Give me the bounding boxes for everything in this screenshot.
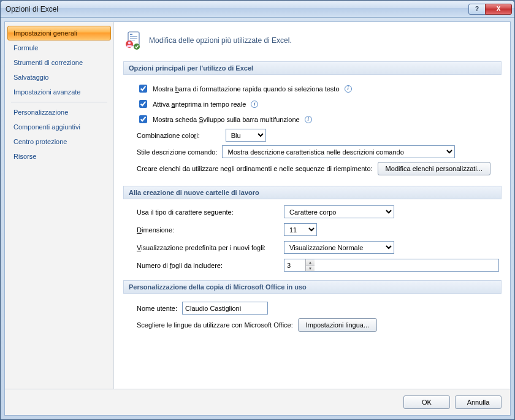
panel-header-icon	[123, 31, 143, 50]
close-button[interactable]: X	[485, 4, 512, 15]
sidebar-item-proofing[interactable]: Strumenti di correzione	[7, 55, 111, 70]
ok-button[interactable]: OK	[403, 395, 450, 409]
sheet-count-input[interactable]	[284, 259, 305, 271]
checkbox-developer-tab[interactable]: Mostra scheda Sviluppo sulla barra multi…	[137, 113, 300, 125]
svg-rect-3	[130, 38, 137, 39]
edit-custom-lists-button[interactable]: Modifica elenchi personalizzati...	[378, 162, 490, 175]
checkbox-mini-toolbar-input[interactable]	[139, 85, 147, 93]
tooltip-style-label: Stile descrizione comando:	[137, 148, 217, 156]
sidebar-item-general[interactable]: Impostazioni generali	[7, 26, 111, 40]
color-scheme-label: Combinazione colori:	[137, 132, 200, 139]
username-label: Nome utente:	[137, 305, 177, 312]
font-size-select[interactable]: 11	[284, 223, 317, 236]
cancel-button[interactable]: Annulla	[455, 395, 502, 409]
sidebar-item-save[interactable]: Salvataggio	[7, 70, 111, 85]
checkbox-live-preview[interactable]: Attiva anteprima in tempo reale	[137, 98, 246, 110]
sheet-count-label: Numero di fogli da includere:	[137, 262, 284, 269]
sheet-count-spinner[interactable]: ▲ ▼	[284, 259, 499, 272]
tooltip-style-select[interactable]: Mostra descrizione caratteristica nelle …	[222, 145, 455, 158]
default-font-select[interactable]: Carattere corpo	[284, 205, 394, 218]
titlebar[interactable]: Opzioni di Excel ? X	[1, 1, 514, 18]
info-icon[interactable]: i	[305, 116, 312, 123]
svg-point-6	[128, 42, 131, 44]
help-button[interactable]: ?	[468, 4, 486, 15]
sidebar-item-trustcenter[interactable]: Centro protezione	[7, 134, 111, 149]
username-input[interactable]	[182, 302, 268, 315]
sidebar-separator	[11, 102, 107, 102]
section-personalize-header: Personalizzazione della copia di Microso…	[123, 280, 502, 294]
default-font-label: Usa il tipo di carattere seguente:	[137, 208, 284, 216]
sidebar-item-formulas[interactable]: Formule	[7, 40, 111, 55]
panel-subtitle: Modifica delle opzioni più utilizzate di…	[149, 36, 292, 45]
info-icon[interactable]: i	[345, 85, 352, 93]
checkbox-mini-toolbar[interactable]: Mostra barra di formattazione rapida qua…	[137, 83, 340, 94]
info-icon[interactable]: i	[251, 101, 258, 108]
font-size-label: Dimensione:	[137, 226, 284, 234]
dialog-footer: OK Annulla	[5, 389, 510, 415]
language-settings-button[interactable]: Impostazioni lingua...	[298, 318, 377, 332]
svg-rect-4	[130, 40, 135, 40]
sidebar-item-addins[interactable]: Componenti aggiuntivi	[7, 120, 111, 134]
sidebar-item-resources[interactable]: Risorse	[7, 149, 111, 164]
svg-rect-1	[130, 34, 132, 35]
color-scheme-select[interactable]: Blu	[226, 129, 266, 142]
default-view-select[interactable]: Visualizzazione Normale	[284, 241, 394, 254]
checkbox-developer-tab-input[interactable]	[139, 115, 147, 123]
category-sidebar: Impostazioni generali Formule Strumenti …	[5, 22, 114, 389]
window-title: Opzioni di Excel	[6, 5, 468, 13]
spinner-up-icon[interactable]: ▲	[306, 259, 315, 265]
sidebar-item-advanced[interactable]: Impostazioni avanzate	[7, 85, 111, 99]
sidebar-item-customize[interactable]: Personalizzazione	[7, 105, 111, 120]
svg-rect-2	[130, 36, 137, 37]
custom-lists-label: Creare elenchi da utilizzare negli ordin…	[137, 165, 373, 172]
options-dialog: Opzioni di Excel ? X Impostazioni genera…	[0, 0, 515, 420]
main-panel: Modifica delle opzioni più utilizzate di…	[114, 22, 510, 389]
section-newwb-header: Alla creazione di nuove cartelle di lavo…	[123, 186, 502, 199]
checkbox-live-preview-input[interactable]	[139, 100, 147, 108]
section-main-header: Opzioni principali per l'utilizzo di Exc…	[123, 61, 502, 75]
default-view-label: Visualizzazione predefinita per i nuovi …	[137, 244, 284, 251]
spinner-down-icon[interactable]: ▼	[306, 265, 315, 271]
language-settings-label: Scegliere le lingue da utilizzare con Mi…	[137, 321, 293, 329]
